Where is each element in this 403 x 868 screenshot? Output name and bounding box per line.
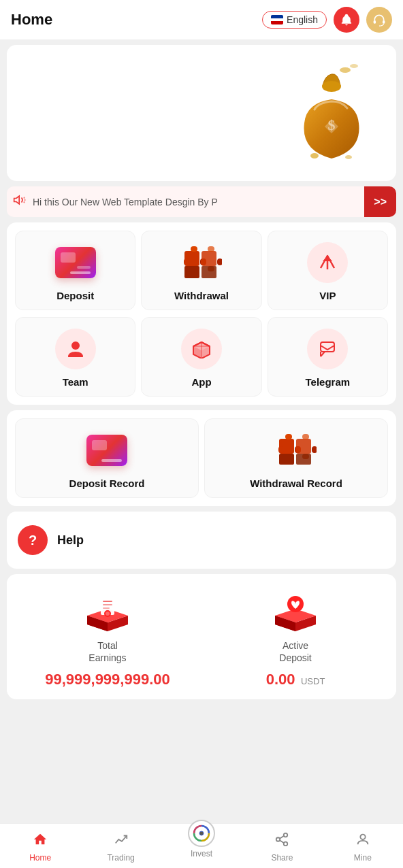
banner-section: $	[7, 45, 396, 181]
active-deposit-icon	[268, 585, 323, 633]
svg-point-10	[24, 199, 26, 201]
deposit-record-label: Deposit Record	[69, 478, 145, 489]
svg-line-52	[280, 836, 284, 839]
active-deposit-3d-icon	[268, 585, 323, 633]
headset-icon	[372, 13, 386, 27]
svg-rect-13	[184, 258, 189, 265]
svg-marker-8	[14, 196, 20, 204]
mine-icon	[355, 832, 370, 851]
help-section: ? Help	[7, 512, 396, 569]
language-label: English	[287, 14, 318, 25]
team-person-icon	[65, 339, 86, 358]
app-button[interactable]: App	[141, 317, 261, 397]
money-bag-illustration: $	[294, 62, 369, 164]
earnings-section: TotalEarnings 99,999,999,999.00	[7, 574, 396, 699]
header-actions: English	[262, 7, 392, 33]
nav-trading[interactable]: Trading	[80, 829, 161, 865]
team-button[interactable]: Team	[15, 317, 135, 397]
volume-icon	[12, 193, 27, 210]
svg-rect-29	[278, 446, 284, 453]
active-deposit-item: ActiveDeposit 0.00 USDT	[206, 585, 385, 688]
withdrawal-record-puzzle-icon	[276, 433, 317, 467]
flag-icon	[271, 15, 283, 24]
vip-circle	[307, 242, 348, 283]
svg-text:$: $	[328, 116, 336, 133]
vip-button[interactable]: VIP	[268, 231, 388, 310]
app-label: App	[191, 376, 211, 388]
svg-rect-43	[103, 607, 110, 609]
svg-rect-23	[202, 266, 216, 278]
total-earnings-item: TotalEarnings 99,999,999,999.00	[18, 585, 197, 688]
headset-button[interactable]	[366, 7, 392, 33]
announcement-text: Hi this Our New Web Template Desgin By P	[33, 197, 359, 207]
svg-rect-42	[103, 604, 112, 605]
telegram-icon-wrap	[307, 329, 348, 369]
deposit-button[interactable]: Deposit	[15, 231, 135, 310]
quick-actions-grid-row2: Team	[15, 317, 388, 397]
deposit-icon	[55, 242, 96, 283]
svg-rect-1	[383, 20, 385, 24]
svg-point-2	[340, 67, 351, 73]
svg-rect-31	[285, 434, 292, 439]
svg-point-6	[310, 153, 319, 158]
svg-point-48	[199, 831, 204, 835]
withdrawal-record-button[interactable]: Withdrawal Record	[204, 418, 388, 498]
active-deposit-value-row: 0.00 USDT	[266, 671, 325, 688]
announcement-bar: Hi this Our New Web Template Desgin By P…	[7, 186, 396, 217]
svg-point-11	[23, 201, 25, 203]
share-icon	[274, 832, 289, 851]
bell-button[interactable]	[334, 7, 359, 33]
svg-rect-0	[374, 20, 376, 24]
nav-mine[interactable]: Mine	[323, 829, 403, 865]
total-earnings-value: 99,999,999,999.00	[45, 671, 170, 688]
language-button[interactable]: English	[262, 11, 327, 29]
svg-point-54	[360, 835, 365, 839]
team-label: Team	[63, 376, 88, 388]
announcement-arrow-button[interactable]: >>	[364, 186, 396, 217]
bell-icon	[340, 13, 353, 27]
total-earnings-value-row: 99,999,999,999.00	[45, 671, 170, 688]
vip-icon	[307, 242, 348, 283]
total-earnings-icon	[80, 585, 135, 633]
active-deposit-unit: USDT	[301, 676, 325, 686]
withdrawal-record-label: Withdrawal Record	[250, 478, 342, 489]
svg-rect-39	[296, 454, 311, 465]
nav-share[interactable]: Share	[242, 829, 322, 865]
vip-label: VIP	[319, 290, 336, 301]
withdrawal-icon	[181, 242, 222, 283]
telegram-button[interactable]: Telegram	[268, 317, 388, 397]
app-circle	[181, 329, 222, 369]
svg-rect-38	[279, 454, 294, 465]
help-button[interactable]: ? Help	[15, 520, 388, 561]
nav-invest[interactable]: Invest	[161, 829, 242, 865]
active-deposit-label: ActiveDeposit	[279, 639, 311, 664]
withdrawal-button[interactable]: Withdrawal	[141, 231, 261, 310]
svg-rect-15	[191, 246, 197, 252]
banner-image: $	[287, 59, 376, 167]
nav-trading-label: Trading	[107, 853, 134, 863]
total-earnings-label: TotalEarnings	[88, 639, 126, 664]
deposit-record-button[interactable]: Deposit Record	[15, 418, 199, 498]
quick-actions-section: Deposit	[7, 222, 396, 405]
telegram-circle	[307, 329, 348, 369]
nav-home-label: Home	[29, 853, 51, 863]
deposit-record-icon	[86, 430, 127, 471]
nav-invest-label: Invest	[191, 849, 212, 858]
nav-mine-label: Mine	[354, 853, 372, 863]
svg-rect-41	[103, 601, 112, 602]
svg-point-7	[345, 155, 352, 159]
telegram-label: Telegram	[306, 376, 351, 388]
nav-home[interactable]: Home	[0, 829, 80, 865]
svg-rect-19	[217, 258, 222, 265]
svg-rect-18	[201, 258, 206, 265]
records-grid: Deposit Record	[15, 418, 388, 498]
deposit-card-icon	[55, 247, 96, 278]
svg-rect-20	[208, 246, 214, 252]
svg-point-45	[106, 612, 110, 616]
nav-share-label: Share	[271, 853, 293, 863]
svg-rect-34	[295, 446, 301, 453]
svg-line-53	[280, 840, 284, 843]
header: Home English	[0, 0, 403, 39]
app-cube-icon	[191, 339, 212, 358]
svg-point-4	[322, 81, 341, 92]
